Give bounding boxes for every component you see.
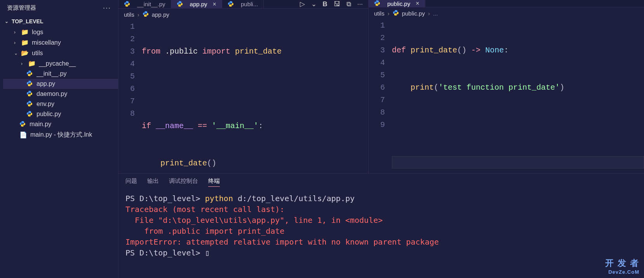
python-file-icon	[26, 80, 33, 87]
python-file-icon	[19, 121, 26, 128]
line-number: 1	[118, 21, 135, 33]
chevron-right-icon: ›	[388, 10, 390, 17]
python-file-icon	[228, 1, 235, 8]
folder-icon: 📁	[21, 39, 29, 46]
breadcrumb-2[interactable]: utils › public.py › ...	[369, 7, 644, 19]
breadcrumb-folder[interactable]: utils	[374, 10, 385, 17]
explorer-section[interactable]: ⌄ TOP_LEVEL	[0, 16, 118, 27]
folder-icon: 📁	[21, 28, 29, 36]
chevron-icon: ›	[14, 30, 19, 35]
line-number: 5	[118, 70, 135, 83]
chevron-down-icon: ⌄	[5, 19, 10, 24]
explorer-more-icon[interactable]: ···	[103, 4, 111, 12]
folder-item[interactable]: ›📁logs	[3, 27, 118, 37]
line-number: 4	[369, 57, 385, 69]
tree-item-label: app.py	[37, 80, 55, 87]
line-number: 8	[118, 108, 135, 120]
line-number: 8	[369, 106, 385, 119]
main-area: __init__.pyapp.py×publi... ▷ ⌄ B 🖫 ⧉ ···…	[118, 0, 644, 278]
editor-tab[interactable]: publi...	[222, 0, 264, 8]
save-icon[interactable]: 🖫	[334, 0, 340, 8]
tab-label: public.py	[387, 0, 410, 7]
line-number: 1	[369, 19, 385, 32]
tree-item-label: env.py	[37, 101, 54, 108]
tree-item-label: main.py	[30, 121, 51, 128]
file-tree: ›📁logs›📁miscellany⌄📂utils›📁__pycache____…	[0, 27, 118, 141]
tab-label: app.py	[190, 1, 207, 7]
folder-item[interactable]: ›📁__pycache__	[3, 58, 118, 69]
tab-actions: ▷ ⌄ B 🖫 ⧉ ···	[294, 0, 368, 8]
python-file-icon	[177, 1, 184, 8]
file-item[interactable]: 📄main.py - 快捷方式.lnk	[3, 129, 118, 141]
breadcrumb-1[interactable]: utils › app.py	[118, 9, 368, 21]
chevron-icon: ⌄	[14, 50, 19, 56]
explorer-header: 资源管理器 ···	[0, 0, 118, 16]
chevron-right-icon: ›	[428, 10, 430, 17]
editor-tab[interactable]: __init__.py	[118, 0, 171, 8]
breadcrumb-folder[interactable]: utils	[124, 11, 134, 18]
breadcrumb-file[interactable]: public.py	[402, 10, 425, 17]
editor-tab[interactable]: app.py×	[171, 0, 222, 8]
run-icon[interactable]: ▷	[300, 0, 305, 8]
terminal[interactable]: PS D:\top_level> python d:/top_level/uti…	[118, 191, 644, 278]
folder-icon: 📁	[28, 60, 36, 67]
close-icon[interactable]: ×	[213, 1, 216, 8]
breadcrumb-file[interactable]: app.py	[152, 11, 169, 18]
file-item[interactable]: main.py	[3, 119, 118, 129]
tab-bar-2: public.py×	[369, 0, 644, 7]
folder-item[interactable]: ›📁miscellany	[3, 37, 118, 48]
line-number: 6	[369, 82, 385, 94]
line-number: 4	[118, 58, 135, 70]
tree-item-label: logs	[32, 29, 43, 36]
explorer-title: 资源管理器	[7, 4, 36, 12]
tab-label: publi...	[241, 1, 258, 7]
tree-item-label: utils	[32, 50, 43, 57]
python-file-icon	[26, 101, 33, 108]
bold-icon[interactable]: B	[323, 0, 327, 8]
editor-tab[interactable]: public.py×	[369, 0, 425, 7]
file-item[interactable]: env.py	[3, 99, 118, 109]
tab-bar-1: __init__.pyapp.py×publi... ▷ ⌄ B 🖫 ⧉ ···	[118, 0, 368, 9]
python-file-icon	[26, 70, 33, 77]
section-label: TOP_LEVEL	[12, 18, 43, 24]
panel-tab-problems[interactable]: 问题	[125, 177, 137, 187]
file-item[interactable]: daemon.py	[3, 89, 118, 99]
python-file-icon	[393, 10, 399, 17]
panel-tab-terminal[interactable]: 终端	[208, 177, 220, 187]
watermark: 开 发 者 DevZe.CoM	[605, 257, 639, 275]
line-number: 5	[369, 69, 385, 82]
line-number: 7	[118, 95, 135, 108]
tree-item-label: __pycache__	[39, 60, 76, 67]
folder-item[interactable]: ⌄📂utils	[3, 48, 118, 58]
line-number: 2	[369, 32, 385, 44]
more-icon[interactable]: ···	[357, 0, 363, 8]
chevron-right-icon: ›	[138, 11, 139, 18]
python-file-icon	[374, 0, 381, 7]
close-icon[interactable]: ×	[416, 0, 419, 7]
editor-group-2: public.py× utils › public.py › ... 12345…	[368, 0, 644, 173]
python-file-icon	[26, 111, 33, 118]
line-number: 7	[369, 94, 385, 106]
panel-tab-output[interactable]: 输出	[147, 177, 159, 187]
panel-tab-debug[interactable]: 调试控制台	[169, 177, 198, 187]
file-item[interactable]: __init__.py	[3, 69, 118, 79]
line-number: 3	[118, 45, 135, 58]
bottom-panel: 问题 输出 调试控制台 终端 PS D:\top_level> python d…	[118, 173, 644, 278]
editor-area: __init__.pyapp.py×publi... ▷ ⌄ B 🖫 ⧉ ···…	[118, 0, 644, 173]
panel-tabs: 问题 输出 调试控制台 终端	[118, 174, 644, 191]
line-number: 6	[118, 83, 135, 95]
file-item[interactable]: public.py	[3, 109, 118, 119]
breadcrumb-tail[interactable]: ...	[433, 10, 438, 17]
tree-item-label: daemon.py	[37, 90, 67, 97]
editor-group-1: __init__.pyapp.py×publi... ▷ ⌄ B 🖫 ⧉ ···…	[118, 0, 368, 173]
split-editor-icon[interactable]: ⧉	[346, 0, 351, 8]
python-file-icon	[26, 90, 33, 97]
shortcut-file-icon: 📄	[19, 131, 27, 139]
python-file-icon	[124, 1, 131, 8]
line-number: 9	[369, 119, 385, 131]
chevron-icon: ›	[14, 40, 19, 45]
line-number: 2	[118, 33, 135, 45]
chevron-icon: ›	[21, 61, 26, 66]
run-dropdown-icon[interactable]: ⌄	[311, 0, 317, 8]
file-item[interactable]: app.py	[3, 79, 118, 89]
